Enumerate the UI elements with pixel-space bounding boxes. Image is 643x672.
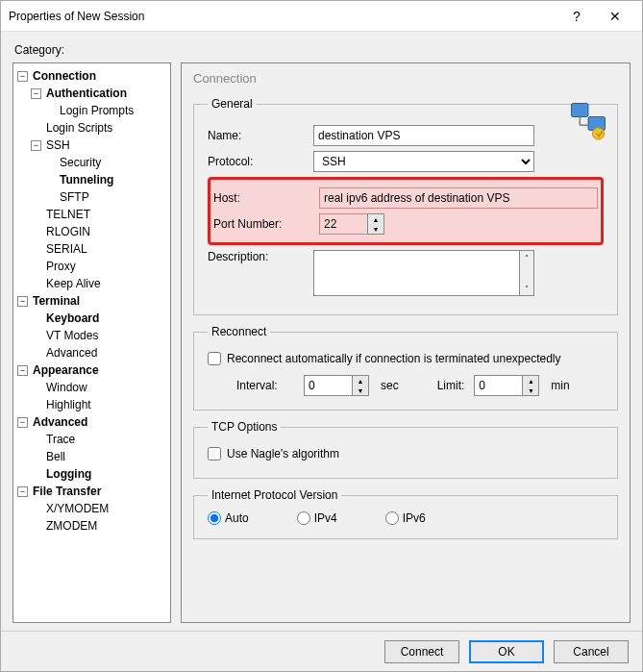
tree-xymodem[interactable]: X/YMODEM — [46, 500, 109, 517]
description-label: Description: — [208, 250, 313, 263]
limit-input[interactable] — [474, 375, 522, 396]
name-input[interactable] — [313, 125, 534, 146]
tree-advanced[interactable]: Advanced — [33, 413, 87, 431]
port-label: Port Number: — [213, 217, 319, 231]
spin-down-icon[interactable]: ▼ — [523, 386, 538, 395]
highlighted-host-port: Host: Port Number: ▲▼ — [208, 177, 604, 245]
tree-sftp[interactable]: SFTP — [60, 188, 89, 206]
collapse-icon[interactable]: − — [17, 417, 28, 428]
protocol-label: Protocol: — [208, 155, 313, 168]
titlebar: Properties of New Session ? ✕ — [1, 1, 642, 32]
tree-advanced-terminal[interactable]: Advanced — [46, 344, 97, 361]
general-fieldset: General Name: Protocol: SSH Host: — [193, 97, 618, 315]
cancel-button[interactable]: Cancel — [554, 640, 629, 663]
protocol-select[interactable]: SSH — [313, 151, 534, 172]
tree-proxy[interactable]: Proxy — [46, 258, 76, 275]
port-input[interactable] — [319, 213, 367, 235]
port-spinner[interactable]: ▲▼ — [319, 213, 386, 235]
reconnect-checkbox[interactable] — [208, 352, 221, 365]
ipv6-label: IPv6 — [403, 511, 426, 525]
collapse-icon[interactable]: − — [17, 486, 28, 497]
spin-up-icon[interactable]: ▲ — [523, 376, 538, 386]
tree-ssh[interactable]: SSH — [46, 137, 70, 154]
ipv6-radio[interactable] — [385, 511, 399, 525]
reconnect-fieldset: Reconnect Reconnect automatically if con… — [193, 325, 618, 411]
category-tree[interactable]: −Connection −Authentication Login Prompt… — [15, 67, 168, 535]
tree-keep-alive[interactable]: Keep Alive — [46, 275, 101, 292]
limit-label: Limit: — [437, 379, 465, 392]
limit-spinner[interactable]: ▲▼ — [474, 375, 541, 396]
ipv4-label: IPv4 — [314, 511, 337, 525]
ipv-auto-radio[interactable] — [208, 511, 221, 525]
tree-serial[interactable]: SERIAL — [46, 240, 87, 258]
nagle-checkbox[interactable] — [208, 447, 221, 460]
scroll-down-icon[interactable]: ˅ — [520, 282, 533, 295]
category-tree-panel: −Connection −Authentication Login Prompt… — [12, 62, 171, 623]
interval-spinner[interactable]: ▲▼ — [304, 375, 371, 396]
ipv-fieldset: Internet Protocol Version Auto IPv4 IPv6 — [193, 488, 618, 539]
scroll-up-icon[interactable]: ˄ — [520, 251, 533, 264]
collapse-icon[interactable]: − — [17, 71, 28, 82]
reconnect-checkbox-label: Reconnect automatically if connection is… — [227, 352, 561, 365]
description-textarea[interactable] — [313, 250, 520, 296]
ok-button[interactable]: OK — [469, 640, 544, 663]
tree-security[interactable]: Security — [60, 154, 101, 171]
tcp-legend: TCP Options — [208, 420, 281, 434]
window-title: Properties of New Session — [9, 10, 557, 23]
tree-keyboard[interactable]: Keyboard — [46, 310, 99, 327]
interval-label: Interval: — [236, 379, 294, 392]
category-label: Category: — [14, 43, 631, 57]
panel-title: Connection — [193, 71, 618, 86]
settings-panel: Connection General Name: Protocol: SSH — [181, 62, 631, 623]
svg-point-2 — [592, 128, 604, 139]
tree-trace[interactable]: Trace — [46, 431, 75, 448]
tree-file-transfer[interactable]: File Transfer — [33, 483, 101, 500]
host-input[interactable] — [319, 187, 598, 209]
connect-button[interactable]: Connect — [384, 640, 459, 663]
tree-appearance[interactable]: Appearance — [33, 361, 99, 379]
nagle-label: Use Nagle's algorithm — [227, 447, 339, 460]
tree-logging[interactable]: Logging — [46, 465, 91, 483]
min-label: min — [551, 379, 569, 392]
ipv-auto-label: Auto — [225, 511, 249, 525]
tree-login-scripts[interactable]: Login Scripts — [46, 119, 112, 137]
ipv4-radio[interactable] — [297, 511, 310, 525]
tree-rlogin[interactable]: RLOGIN — [46, 223, 90, 240]
tree-authentication[interactable]: Authentication — [46, 85, 127, 102]
tree-zmodem[interactable]: ZMODEM — [46, 517, 97, 535]
tcp-fieldset: TCP Options Use Nagle's algorithm — [193, 420, 618, 479]
main-area: −Connection −Authentication Login Prompt… — [12, 62, 631, 623]
spin-up-icon[interactable]: ▲ — [353, 376, 368, 386]
collapse-icon[interactable]: − — [31, 140, 41, 151]
spin-up-icon[interactable]: ▲ — [368, 214, 383, 224]
tree-highlight[interactable]: Highlight — [46, 396, 91, 413]
host-label: Host: — [213, 191, 319, 205]
connection-illustration-icon — [568, 100, 608, 143]
tree-window[interactable]: Window — [46, 379, 87, 396]
tree-vt-modes[interactable]: VT Modes — [46, 327, 98, 344]
tree-tunneling[interactable]: Tunneling — [60, 171, 113, 188]
button-bar: Connect OK Cancel — [1, 631, 642, 671]
tree-login-prompts[interactable]: Login Prompts — [60, 102, 134, 119]
content-area: Category: −Connection −Authentication Lo… — [1, 32, 642, 631]
tree-bell[interactable]: Bell — [46, 448, 65, 465]
spin-down-icon[interactable]: ▼ — [353, 386, 368, 395]
tree-telnet[interactable]: TELNET — [46, 206, 90, 223]
reconnect-legend: Reconnect — [208, 325, 270, 338]
close-icon[interactable]: ✕ — [596, 3, 634, 30]
ipv-legend: Internet Protocol Version — [208, 488, 341, 502]
tree-terminal[interactable]: Terminal — [33, 292, 80, 310]
name-label: Name: — [208, 129, 313, 142]
svg-rect-0 — [572, 104, 589, 117]
dialog-window: Properties of New Session ? ✕ Category: … — [0, 0, 643, 672]
tree-connection[interactable]: Connection — [33, 67, 96, 85]
help-icon[interactable]: ? — [557, 3, 596, 30]
collapse-icon[interactable]: − — [31, 88, 41, 99]
interval-input[interactable] — [304, 375, 352, 396]
spin-down-icon[interactable]: ▼ — [368, 224, 383, 234]
sec-label: sec — [381, 379, 399, 392]
collapse-icon[interactable]: − — [17, 365, 28, 376]
collapse-icon[interactable]: − — [17, 296, 28, 307]
general-legend: General — [208, 97, 257, 111]
